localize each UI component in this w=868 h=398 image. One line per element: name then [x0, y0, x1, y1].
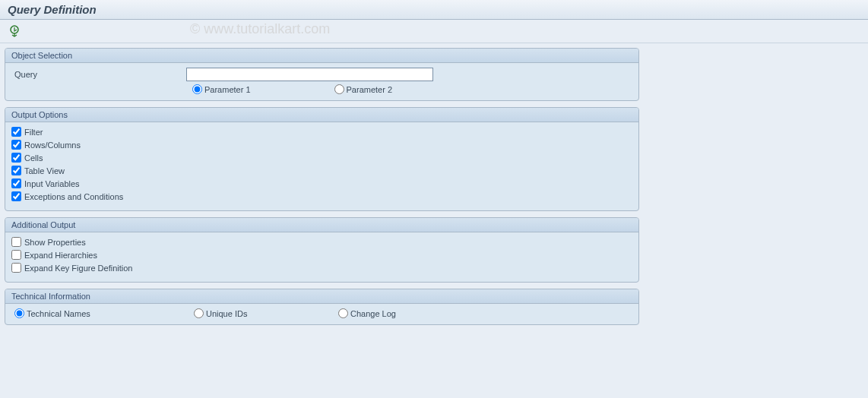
output-options-header: Output Options — [5, 108, 638, 122]
technical-info-group: Technical Information Technical NamesUni… — [5, 289, 639, 325]
parameter-1-radio[interactable]: Parameter 1 — [192, 84, 251, 94]
technical-info-radio[interactable]: Technical Names — [11, 308, 194, 318]
checkbox-input[interactable] — [11, 178, 21, 188]
checkbox-input[interactable] — [11, 237, 21, 247]
additional-output-checkbox[interactable]: Show Properties — [11, 237, 632, 247]
radio-input[interactable] — [14, 308, 24, 318]
content-area: Object Selection Query Parameter 1 Param… — [0, 43, 868, 336]
execute-icon[interactable] — [8, 24, 21, 38]
checkbox-input[interactable] — [11, 166, 21, 175]
page-title: Query Definition — [0, 0, 868, 20]
object-selection-group: Object Selection Query Parameter 1 Param… — [5, 48, 639, 101]
additional-output-checkbox[interactable]: Expand Key Figure Definition — [11, 263, 632, 273]
checkbox-label: Input Variables — [24, 179, 80, 188]
technical-info-radio[interactable]: Change Log — [338, 308, 396, 318]
checkbox-label: Expand Key Figure Definition — [24, 264, 132, 273]
radio-label: Change Log — [350, 309, 396, 318]
watermark-text: © www.tutorialkart.com — [190, 21, 330, 37]
technical-info-radio[interactable]: Unique IDs — [194, 308, 338, 318]
checkbox-label: Table View — [24, 166, 65, 175]
checkbox-input[interactable] — [11, 153, 21, 163]
additional-output-group: Additional Output Show PropertiesExpand … — [5, 217, 639, 283]
checkbox-input[interactable] — [11, 263, 21, 273]
parameter-2-label: Parameter 2 — [347, 85, 393, 94]
output-option-checkbox[interactable]: Cells — [11, 153, 632, 163]
radio-label: Unique IDs — [206, 309, 247, 318]
radio-input[interactable] — [194, 308, 204, 318]
checkbox-label: Exceptions and Conditions — [24, 192, 123, 201]
radio-input[interactable] — [338, 308, 348, 318]
checkbox-input[interactable] — [11, 191, 21, 201]
output-options-group: Output Options FilterRows/ColumnsCellsTa… — [5, 107, 639, 211]
query-label: Query — [11, 70, 186, 79]
checkbox-input[interactable] — [11, 127, 21, 137]
checkbox-input[interactable] — [11, 250, 21, 260]
object-selection-header: Object Selection — [5, 49, 638, 63]
checkbox-input[interactable] — [11, 140, 21, 150]
additional-output-checkbox[interactable]: Expand Hierarchies — [11, 250, 632, 260]
parameter-2-radio[interactable]: Parameter 2 — [334, 84, 393, 94]
output-option-checkbox[interactable]: Input Variables — [11, 178, 632, 188]
checkbox-label: Cells — [24, 153, 43, 163]
query-input[interactable] — [186, 68, 433, 81]
output-option-checkbox[interactable]: Exceptions and Conditions — [11, 191, 632, 201]
output-option-checkbox[interactable]: Filter — [11, 127, 632, 137]
output-option-checkbox[interactable]: Table View — [11, 166, 632, 175]
checkbox-label: Rows/Columns — [24, 141, 81, 150]
radio-label: Technical Names — [27, 309, 90, 318]
additional-output-header: Additional Output — [5, 218, 638, 232]
output-option-checkbox[interactable]: Rows/Columns — [11, 140, 632, 150]
technical-info-header: Technical Information — [5, 289, 638, 304]
checkbox-label: Show Properties — [24, 238, 86, 247]
parameter-1-label: Parameter 1 — [204, 85, 251, 94]
checkbox-label: Expand Hierarchies — [24, 251, 97, 260]
checkbox-label: Filter — [24, 128, 43, 137]
toolbar: © www.tutorialkart.com — [0, 20, 868, 43]
